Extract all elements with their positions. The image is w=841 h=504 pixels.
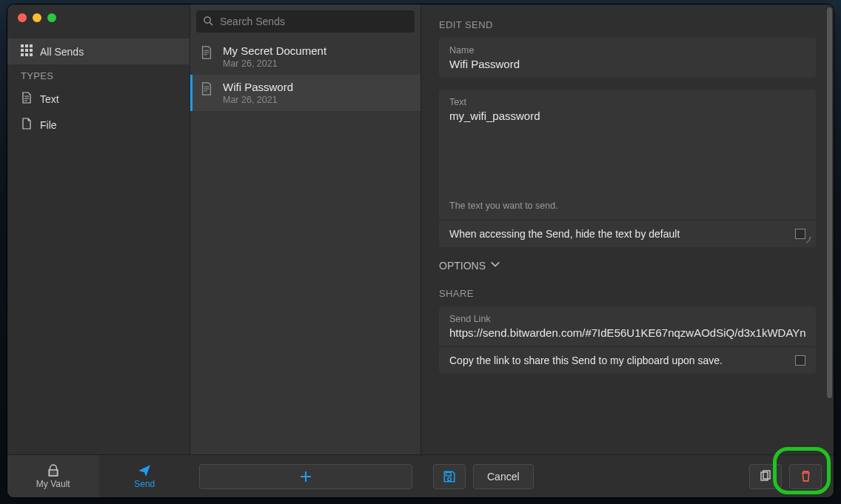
window-maximize-button[interactable] xyxy=(47,13,56,22)
file-icon xyxy=(21,118,33,132)
text-textarea[interactable] xyxy=(449,110,805,198)
svg-rect-11 xyxy=(49,469,57,475)
file-icon xyxy=(201,46,214,62)
footer: My Vault Send Cancel xyxy=(7,454,834,497)
tab-send[interactable]: Send xyxy=(99,455,191,497)
svg-point-9 xyxy=(204,17,210,23)
send-list-column: My Secret Document Mar 26, 2021 Wifi Pas… xyxy=(190,4,421,454)
sidebar-item-text[interactable]: Text xyxy=(7,86,190,112)
detail-pane: EDIT SEND Name Wifi Password Text The te… xyxy=(421,4,834,454)
save-icon xyxy=(443,470,456,483)
field-label: Name xyxy=(449,45,805,56)
clone-button[interactable] xyxy=(749,464,782,489)
list-item-title: Wifi Password xyxy=(223,81,293,93)
svg-rect-8 xyxy=(30,53,33,56)
share-field: Send Link https://send.bitwarden.com/#7I… xyxy=(439,306,816,374)
svg-rect-3 xyxy=(21,49,24,52)
svg-rect-13 xyxy=(446,472,452,476)
lock-icon xyxy=(47,464,60,477)
window-minimize-button[interactable] xyxy=(33,13,41,22)
list-item[interactable]: Wifi Password Mar 26, 2021 xyxy=(190,75,420,111)
options-label: OPTIONS xyxy=(439,260,486,272)
sidebar-item-label: File xyxy=(40,119,57,131)
window-close-button[interactable] xyxy=(18,13,27,22)
sidebar-item-label: Text xyxy=(40,93,59,105)
list-item-date: Mar 26, 2021 xyxy=(223,95,293,105)
name-value: Wifi Password xyxy=(449,58,805,70)
hide-text-checkbox-row[interactable]: When accessing the Send, hide the text b… xyxy=(439,220,816,247)
svg-rect-6 xyxy=(21,53,24,56)
send-link-value[interactable]: https://send.bitwarden.com/#7IdE56U1KE67… xyxy=(449,326,805,339)
checkbox-label: When accessing the Send, hide the text b… xyxy=(449,228,680,240)
svg-line-10 xyxy=(210,22,212,25)
options-toggle[interactable]: OPTIONS xyxy=(439,259,816,272)
tab-my-vault[interactable]: My Vault xyxy=(7,455,99,497)
plus-icon xyxy=(300,471,312,483)
cancel-button[interactable]: Cancel xyxy=(473,464,534,489)
sidebar-section-types: TYPES xyxy=(7,64,190,86)
svg-rect-0 xyxy=(21,44,24,47)
resize-handle-icon[interactable] xyxy=(804,235,811,243)
svg-rect-1 xyxy=(25,44,28,47)
svg-rect-5 xyxy=(30,49,33,52)
search-input[interactable] xyxy=(196,10,415,33)
svg-point-14 xyxy=(448,477,452,481)
file-icon xyxy=(201,82,214,98)
field-label: Text xyxy=(449,97,805,107)
sidebar-item-all-sends[interactable]: All Sends xyxy=(7,38,190,64)
edit-send-header: EDIT SEND xyxy=(439,19,816,30)
chevron-down-icon xyxy=(490,259,500,272)
checkbox[interactable] xyxy=(795,355,805,366)
svg-rect-7 xyxy=(25,53,28,56)
copy-icon xyxy=(759,470,772,483)
field-label: Send Link xyxy=(449,314,805,324)
sidebar: All Sends TYPES Text File xyxy=(7,4,190,454)
grid-icon xyxy=(21,44,33,58)
trash-icon xyxy=(800,470,812,483)
sidebar-item-label: All Sends xyxy=(40,46,84,58)
send-icon xyxy=(138,464,151,477)
name-field[interactable]: Name Wifi Password xyxy=(439,38,816,78)
share-header: SHARE xyxy=(439,288,816,299)
text-help: The text you want to send. xyxy=(439,201,816,220)
sidebar-item-file[interactable]: File xyxy=(7,112,190,138)
tab-label: My Vault xyxy=(36,479,70,489)
add-send-button[interactable] xyxy=(199,464,412,489)
scrollbar[interactable] xyxy=(827,7,832,451)
svg-rect-2 xyxy=(30,44,33,47)
text-file-icon xyxy=(21,92,33,106)
svg-rect-4 xyxy=(25,49,28,52)
list-item[interactable]: My Secret Document Mar 26, 2021 xyxy=(190,38,420,75)
copy-on-save-checkbox-row[interactable]: Copy the link to share this Send to my c… xyxy=(439,346,816,374)
list-item-date: Mar 26, 2021 xyxy=(223,58,326,69)
checkbox-label: Copy the link to share this Send to my c… xyxy=(449,355,723,366)
text-field: Text The text you want to send. When acc… xyxy=(439,90,816,247)
button-label: Cancel xyxy=(487,471,520,483)
delete-button[interactable] xyxy=(789,464,822,489)
tab-label: Send xyxy=(134,479,155,489)
list-item-title: My Secret Document xyxy=(223,44,326,57)
save-button[interactable] xyxy=(433,464,466,489)
